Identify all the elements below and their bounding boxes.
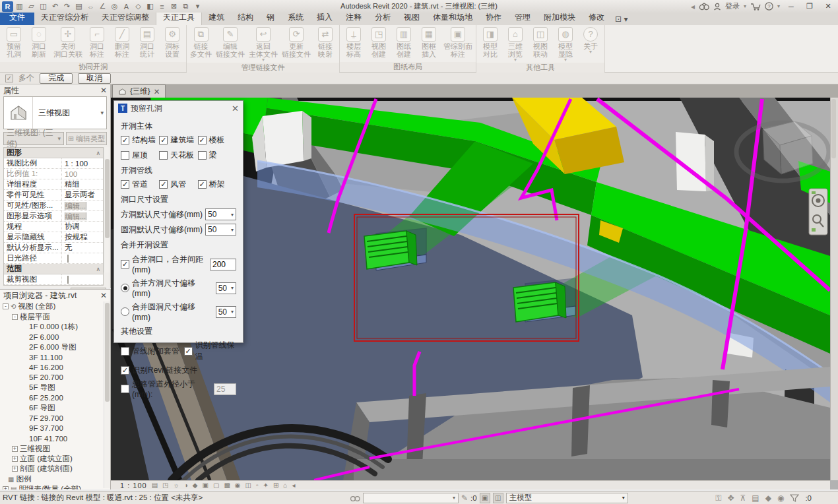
tree-item-level[interactable]: 6F 25.200 (3, 393, 110, 403)
finish-button[interactable]: 完成 (40, 73, 73, 84)
ribbon-tab-manage[interactable]: 管理 (508, 11, 537, 25)
merge-spacing-input[interactable] (210, 259, 236, 270)
ribbon-tab-steel[interactable]: 钢 (260, 11, 281, 25)
temporary-hide-isolate-icon[interactable]: ▩ (224, 482, 230, 489)
ribbon-button-floor-elevation[interactable]: ⍊楼层标高 (341, 26, 366, 59)
ribbon-button-sheet-create[interactable]: ▥图纸创建 (391, 26, 416, 59)
visual-style-icon[interactable]: ◳ (162, 482, 168, 489)
duct-grille-1[interactable] (364, 228, 426, 270)
expander[interactable]: + (12, 466, 18, 472)
ribbon-button-return-host-file[interactable]: ↩返回主体文件▾ (247, 26, 280, 63)
sign-in-caret-icon[interactable]: ▾ (744, 3, 746, 9)
expander[interactable]: + (12, 456, 18, 462)
save-icon[interactable]: ◫ (38, 1, 49, 12)
help-caret-icon[interactable]: ▾ (777, 3, 780, 9)
ribbon-button-edit-link-file[interactable]: ✎编辑链接文件 (214, 26, 247, 59)
view-tab-3d[interactable]: {三维} ✕ (112, 84, 166, 98)
pipe-sleeve-checkbox[interactable] (121, 347, 129, 356)
undo-icon[interactable]: ↶ (49, 1, 61, 12)
ribbon-display-toggle[interactable]: ⊡ ▾ (611, 13, 631, 25)
reveal-hidden-elements-icon[interactable]: ◉ (235, 482, 241, 489)
tree-item-level[interactable]: 9F 37.700 (3, 424, 110, 433)
prop-value[interactable]: 1 : 100 (62, 160, 103, 168)
show-analytical-icon[interactable]: ▫ (256, 482, 259, 489)
ribbon-button-reserve-hole[interactable]: ▭预留孔洞 (1, 26, 26, 59)
drag-on-selection-icon[interactable]: ◆ (765, 493, 771, 503)
ribbon-tab-massing-site[interactable]: 体量和场地 (426, 11, 479, 25)
editing-requests-icon[interactable]: ✎ (461, 493, 468, 503)
ribbon-tab-analyze[interactable]: 分析 (368, 11, 397, 25)
tree-item-3d-views[interactable]: +三维视图 (3, 443, 110, 453)
ribbon-tab-tianzheng-adjust[interactable]: 天正管综调整 (95, 11, 156, 25)
insulation-checkbox[interactable] (184, 347, 193, 356)
ribbon-button-opening-tag[interactable]: ⌐洞口标注 (84, 26, 110, 59)
tree-item-schedules[interactable]: +▤明细表/数量 (全部) (3, 484, 110, 489)
canvas-vertical-scrollbar[interactable] (830, 98, 838, 480)
active-model-combo[interactable]: 主模型 ▾ (506, 493, 628, 503)
type-caret-icon[interactable]: ▾ (100, 110, 106, 116)
tree-item-level[interactable]: 1F 0.000 (1栋) (3, 322, 110, 332)
ribbon-tab-view[interactable]: 视图 (397, 11, 426, 25)
ignore-diameter-checkbox[interactable] (121, 385, 129, 393)
visibility-graphics-edit-button[interactable]: 编辑... (65, 202, 86, 210)
ribbon-tab-structure[interactable]: 结构 (231, 11, 260, 25)
instance-selector[interactable]: 三维视图: (三维) ▾ (3, 132, 64, 145)
ribbon-tab-collaborate[interactable]: 协作 (479, 11, 508, 25)
tree-item-views[interactable]: -⟲视图 (全部) (3, 301, 110, 311)
ribbon-button-link-mapping[interactable]: ⇄链接映射 (313, 26, 338, 59)
tree-item-level[interactable]: 2F 6.000 (3, 332, 110, 342)
ribbon-tab-insert[interactable]: 插入 (310, 11, 339, 25)
ribbon-button-model-visibility[interactable]: ◍模型显隐▾ (553, 26, 578, 63)
check-cable-tray[interactable]: 桥架 (198, 179, 236, 190)
ribbon-button-opening-tag-settings[interactable]: ⚙洞标设置 (160, 26, 185, 59)
prop-value[interactable]: 协调 (62, 222, 103, 232)
design-option-combo[interactable]: ▾ (363, 493, 459, 503)
type-selector[interactable]: 三维视图 ▾ (3, 96, 107, 129)
tag-icon[interactable]: ◎ (109, 1, 120, 12)
close-button[interactable]: ✕ (821, 2, 835, 11)
revit-logo-icon[interactable]: R (2, 1, 13, 12)
collapse-view-control-icon[interactable]: ◂ (292, 482, 295, 489)
thin-lines-icon[interactable]: ≡ (156, 1, 168, 12)
expander[interactable]: - (12, 314, 18, 320)
check-architectural-wall[interactable]: 建筑墙 (159, 135, 197, 146)
square-hole-offset-combo[interactable]: 50▾ (205, 208, 236, 220)
default-3d-view-icon[interactable]: ◇ (133, 1, 144, 12)
graphic-display-options-edit-button[interactable]: 编辑... (65, 212, 86, 220)
round-hole-offset-combo[interactable]: 50▾ (205, 224, 236, 236)
expander[interactable]: + (3, 486, 9, 489)
ribbon-button-view-link[interactable]: ◫视图联动 (528, 26, 553, 59)
check-duct[interactable]: 风管 (159, 179, 197, 190)
tree-item-level[interactable]: 5F 导图 (3, 383, 110, 393)
merge-round-combo[interactable]: 50▾ (216, 306, 236, 318)
view-tab-close-icon[interactable]: ✕ (154, 87, 160, 96)
ribbon-button-update-link-file[interactable]: ⟳更新链接文件 (280, 26, 313, 59)
tree-item-legends[interactable]: ▦图例 (3, 474, 110, 484)
app-store-cart-icon[interactable] (750, 3, 761, 11)
properties-close-icon[interactable]: ✕ (100, 86, 107, 95)
show-crop-region-icon[interactable]: ▢ (213, 482, 219, 489)
worksets-button[interactable]: ▣ (480, 493, 490, 503)
chevron-left-icon[interactable]: ◂ (691, 2, 695, 11)
ribbon-button-opening-refresh[interactable]: ◌洞口刷新 (26, 26, 51, 59)
select-links-icon[interactable]: ⚿ (715, 493, 721, 503)
background-processes-icon[interactable]: ◉ (777, 493, 784, 503)
render-icon[interactable]: ◆ (193, 482, 198, 489)
check-ceiling[interactable]: 天花板 (159, 150, 197, 161)
tree-item-floor-plans[interactable]: -楼层平面 (3, 311, 110, 321)
ribbon-button-about[interactable]: ?关于▾ (578, 26, 603, 55)
browser-close-icon[interactable]: ✕ (100, 291, 107, 300)
search-binoculars-icon[interactable] (699, 3, 709, 11)
dialog-close-icon[interactable]: ✕ (232, 104, 239, 113)
ribbon-button-titleblock-insert[interactable]: ▦图框插入 (416, 26, 441, 59)
merge-round-radio[interactable] (121, 307, 129, 316)
section-icon[interactable]: ◧ (145, 1, 156, 12)
print-icon[interactable]: ▤ (73, 1, 84, 12)
cancel-button[interactable]: 取消 (78, 73, 111, 84)
tree-item-level[interactable]: 7F 29.700 (3, 413, 110, 423)
tree-item-level[interactable]: 5F 20.700 (3, 373, 110, 383)
ribbon-tab-architecture[interactable]: 建筑 (202, 11, 231, 25)
tree-item-sections[interactable]: +剖面 (建筑剖面) (3, 464, 110, 474)
sun-path-icon[interactable]: ☼ (174, 482, 179, 489)
edit-type-button[interactable]: ⊞ 编辑类型 (66, 132, 107, 145)
